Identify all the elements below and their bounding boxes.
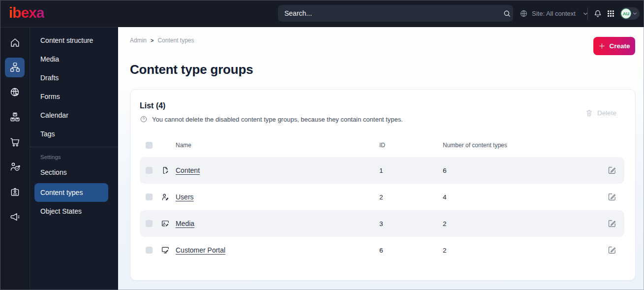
rail-site-search-button[interactable]	[5, 82, 25, 102]
avatar: AU	[621, 8, 631, 19]
topbar: ibexa Site: All context	[0, 0, 644, 27]
sidebar-menu: Content structure Media Drafts Forms Cal…	[30, 27, 118, 290]
breadcrumb: Admin > Content types	[130, 37, 194, 44]
content-type-groups-table: Name ID Number of content types Content	[140, 133, 624, 263]
home-icon	[9, 37, 21, 48]
table-row: Users 2 4	[140, 184, 624, 210]
app-switcher-button[interactable]	[607, 9, 615, 18]
site-context-label: Site: All context	[532, 10, 576, 17]
plus-icon	[598, 42, 606, 50]
edit-icon[interactable]	[608, 166, 616, 175]
sidebar-settings-label: Settings	[30, 147, 118, 163]
list-title: List (4)	[140, 101, 165, 110]
column-header-id: ID	[379, 142, 385, 149]
sidebar-item-media[interactable]: Media	[30, 50, 118, 68]
rail-commerce-button[interactable]	[5, 132, 25, 152]
chevron-down-icon	[632, 11, 638, 16]
edit-icon[interactable]	[608, 246, 616, 255]
notifications-button[interactable]	[593, 9, 602, 18]
rail-personalization-button[interactable]	[5, 157, 25, 177]
list-info: You cannot delete the disabled content t…	[130, 110, 635, 123]
user-menu[interactable]: AU	[620, 7, 640, 20]
breadcrumb-admin[interactable]: Admin	[130, 37, 147, 44]
sidebar-item-tags[interactable]: Tags	[30, 125, 118, 143]
breadcrumb-separator: >	[151, 37, 153, 43]
product-catalog-icon	[9, 111, 21, 123]
edit-icon[interactable]	[608, 219, 616, 228]
sidebar-item-content-structure[interactable]: Content structure	[30, 31, 118, 50]
search-input[interactable]	[284, 9, 503, 17]
globe-icon	[520, 9, 528, 18]
group-count: 4	[443, 193, 447, 201]
commerce-cart-icon	[9, 136, 21, 148]
bell-icon	[593, 9, 602, 18]
rail-content-button[interactable]	[5, 58, 25, 77]
group-id: 1	[379, 167, 383, 174]
site-search-icon	[9, 87, 21, 98]
admin-badge-icon	[9, 186, 21, 197]
group-link[interactable]: Users	[176, 193, 194, 201]
ibexa-logo: ibexa	[9, 4, 44, 21]
select-all-checkbox[interactable]	[146, 142, 153, 149]
list-card: List (4) Delete	[130, 89, 636, 281]
sidebar-item-content-types[interactable]: Content types	[34, 183, 108, 202]
help-circle-icon	[140, 115, 148, 123]
breadcrumb-content-types[interactable]: Content types	[157, 37, 194, 44]
group-count: 6	[443, 167, 447, 174]
group-link[interactable]: Customer Portal	[176, 246, 225, 254]
page-title: Content type groups	[130, 62, 253, 77]
column-header-count: Number of content types	[443, 142, 507, 149]
personalization-icon	[9, 161, 21, 172]
table-row: Content 1 6	[140, 157, 624, 184]
group-link[interactable]: Media	[176, 220, 194, 227]
create-button[interactable]: Create	[593, 37, 635, 55]
group-link[interactable]: Content	[176, 166, 200, 174]
app-grid-icon	[607, 9, 615, 18]
group-id: 6	[379, 247, 383, 254]
rail-campaign-button[interactable]	[5, 207, 25, 226]
rail-admin-button[interactable]	[5, 182, 25, 202]
sidebar-item-sections[interactable]: Sections	[30, 163, 118, 182]
sidebar-item-drafts[interactable]: Drafts	[30, 68, 118, 87]
edit-icon[interactable]	[608, 193, 616, 201]
row-checkbox[interactable]	[146, 220, 153, 227]
file-edit-icon	[161, 166, 170, 175]
user-edit-icon	[161, 193, 170, 201]
column-header-name: Name	[176, 142, 191, 149]
content-structure-icon	[9, 62, 21, 73]
sidebar-item-calendar[interactable]: Calendar	[30, 106, 118, 125]
image-edit-icon	[161, 219, 170, 228]
global-search[interactable]	[278, 5, 513, 22]
create-button-label: Create	[609, 42, 630, 50]
rail-product-catalog-button[interactable]	[5, 107, 25, 127]
monitor-edit-icon	[161, 246, 170, 255]
row-checkbox[interactable]	[146, 193, 153, 200]
list-info-text: You cannot delete the disabled content t…	[152, 116, 403, 123]
group-id: 3	[379, 220, 383, 227]
main-content: Admin > Content types Create Content typ…	[118, 27, 644, 290]
table-row: Media 3 2	[140, 210, 624, 237]
table-row: Customer Portal 6 2	[140, 237, 624, 263]
delete-button-label: Delete	[597, 109, 616, 117]
group-count: 2	[443, 220, 447, 227]
group-count: 2	[443, 247, 447, 254]
search-icon	[503, 9, 511, 18]
row-checkbox[interactable]	[146, 247, 153, 254]
trash-icon	[585, 109, 593, 117]
rail-home-button[interactable]	[5, 32, 25, 52]
topbar-divider	[587, 7, 588, 20]
icon-rail	[0, 27, 30, 290]
campaign-megaphone-icon	[9, 211, 21, 223]
sidebar-item-forms[interactable]: Forms	[30, 87, 118, 106]
row-checkbox[interactable]	[146, 167, 153, 174]
table-header-row: Name ID Number of content types	[140, 133, 624, 157]
delete-button[interactable]: Delete	[585, 109, 616, 117]
group-id: 2	[379, 193, 383, 201]
app-shell: Content structure Media Drafts Forms Cal…	[0, 27, 644, 290]
site-context-selector[interactable]: Site: All context	[520, 0, 588, 27]
sidebar-item-object-states[interactable]: Object States	[30, 202, 118, 221]
